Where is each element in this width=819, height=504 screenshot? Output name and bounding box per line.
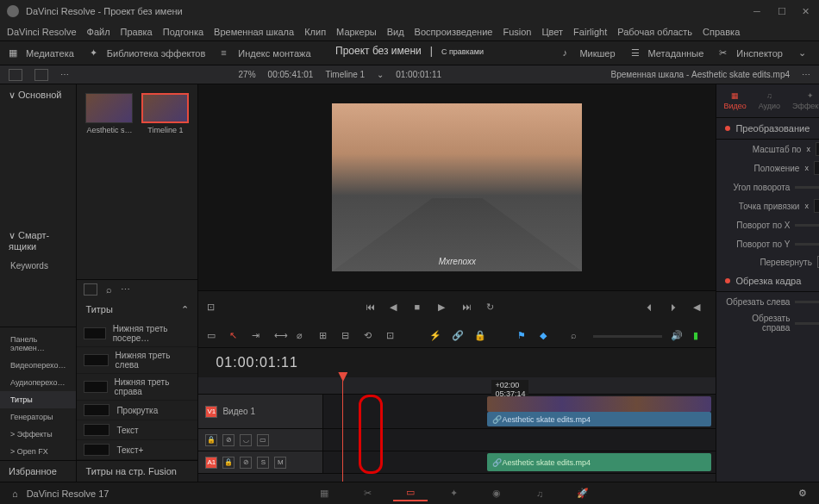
marker-icon[interactable]: ◆	[540, 330, 553, 344]
insert-tool-icon[interactable]: ⊞	[319, 330, 333, 344]
expand-icon[interactable]: ⌄	[798, 47, 810, 59]
page-cut[interactable]: ✂	[350, 486, 384, 501]
track-a-lock-icon[interactable]: 🔒	[222, 457, 234, 469]
timeline-name[interactable]: Timeline 1	[325, 70, 365, 79]
settings-icon[interactable]: ⚙	[798, 488, 807, 499]
zoom-slider[interactable]	[593, 335, 662, 338]
menu-view[interactable]: Вид	[387, 27, 404, 37]
volume-icon[interactable]: 🔊	[671, 330, 685, 344]
timeline-timecode[interactable]: 01:00:01:11	[198, 348, 716, 377]
blade-tool-icon[interactable]: ⌀	[297, 330, 310, 344]
track-mute-button[interactable]: M	[274, 457, 286, 469]
jump-start-icon[interactable]: ⏮	[366, 302, 379, 315]
tab-media[interactable]: ▦ Медиатека	[9, 47, 74, 59]
track-box-icon[interactable]: ▭	[257, 434, 269, 446]
media-clip-thumb[interactable]: Aesthetic s…	[85, 93, 133, 134]
flag-icon[interactable]: ⚑	[517, 330, 531, 344]
menu-workspace[interactable]: Рабочая область	[617, 27, 692, 37]
crop-right-slider[interactable]	[795, 322, 819, 325]
tab-inspector[interactable]: ✂ Инспектор	[719, 47, 783, 59]
trim-tool-icon[interactable]: ⇥	[252, 330, 266, 344]
tab-metadata[interactable]: ☰ Метаданные	[631, 47, 704, 59]
menu-playback[interactable]: Воспроизведение	[415, 27, 493, 37]
tab-index[interactable]: ≡ Индекс монтажа	[221, 47, 310, 59]
menu-timeline[interactable]: Временная шкала	[214, 27, 294, 37]
timeline[interactable]: V1 Видео 1 +02:0005:37:14 🔗 Aesthetic sk…	[198, 377, 716, 482]
page-deliver[interactable]: 🚀	[566, 486, 600, 501]
sidebar-section-0[interactable]: Панель элемен…	[0, 331, 76, 357]
track-a1-label[interactable]: A1	[205, 457, 217, 469]
video-clip[interactable]: 🔗 Aesthetic skate edits.mp4	[487, 412, 711, 426]
meter-icon[interactable]: ▮	[693, 330, 707, 344]
search-icon[interactable]: ⌕	[106, 284, 112, 295]
fit-icon[interactable]: ⊡	[386, 330, 400, 344]
pos-x-field[interactable]: 0.000	[814, 161, 819, 175]
tab-mixer[interactable]: ♪ Микшер	[562, 47, 615, 59]
viewer-frame[interactable]: Mxrenoxx	[332, 103, 582, 271]
crop-left-slider[interactable]	[795, 301, 819, 303]
track-disable-icon[interactable]: ⊘	[222, 434, 234, 446]
chevron-down-icon[interactable]: ⌄	[377, 70, 384, 79]
prev-edit-icon[interactable]: ⏴	[645, 302, 659, 315]
zoom-search-icon[interactable]: ⌕	[571, 330, 585, 344]
lock-icon[interactable]: 🔒	[474, 330, 488, 344]
rotx-slider[interactable]	[795, 224, 819, 227]
menu-file[interactable]: Файл	[87, 27, 110, 37]
bin-main-header[interactable]: ∨ Основной	[0, 84, 76, 106]
menu-edit[interactable]: Правка	[121, 27, 153, 37]
page-fairlight[interactable]: ♫	[522, 486, 557, 501]
selection-tool-icon[interactable]: ↖	[229, 330, 243, 344]
title-item-0[interactable]: Нижняя треть посере…	[77, 320, 197, 347]
fusion-titles-header[interactable]: Титры на стр. Fusion	[77, 460, 197, 482]
menu-markers[interactable]: Маркеры	[336, 27, 377, 37]
timeline-ruler[interactable]	[198, 377, 716, 395]
grid-view-icon[interactable]	[34, 69, 48, 81]
timeline-view-icon[interactable]: ▭	[207, 330, 221, 344]
sidebar-section-1[interactable]: Видеоперехо…	[0, 357, 76, 374]
menu-trim[interactable]: Подгонка	[163, 27, 203, 37]
inspector-tab-video[interactable]: ▦Видео	[723, 91, 746, 110]
video-clip-thumbs[interactable]	[487, 396, 711, 412]
smart-bins-header[interactable]: ∨ Смарт-ящики	[0, 225, 76, 257]
track-a-disable-icon[interactable]: ⊘	[240, 457, 252, 469]
menu-fairlight[interactable]: Fairlight	[573, 27, 607, 37]
menu-color[interactable]: Цвет	[541, 27, 563, 37]
stop-icon[interactable]: ■	[414, 302, 428, 315]
close-button[interactable]: ✕	[802, 6, 812, 16]
title-item-1[interactable]: Нижняя треть слева	[77, 347, 197, 374]
crop-header[interactable]: Обрезка кадра	[735, 276, 801, 286]
dynamic-trim-icon[interactable]: ⟷	[274, 330, 288, 344]
title-item-2[interactable]: Нижняя треть справа	[77, 374, 197, 401]
scale-x-field[interactable]: 1.000	[816, 142, 819, 156]
track-lock-icon[interactable]: 🔒	[205, 434, 217, 446]
track-curve-icon[interactable]: ◡	[240, 434, 252, 446]
transform-header[interactable]: Преобразование	[735, 123, 810, 134]
menu-dots-icon[interactable]: ⋯	[60, 70, 69, 79]
play-reverse-icon[interactable]: ◀	[390, 302, 403, 315]
minimize-button[interactable]: ─	[753, 6, 764, 16]
page-fusion[interactable]: ✦	[436, 486, 471, 501]
keywords-bin[interactable]: Keywords	[0, 257, 76, 275]
list-view-icon[interactable]	[9, 69, 22, 81]
sidebar-section-5[interactable]: > Эффекты	[0, 426, 76, 443]
page-edit[interactable]: ▭	[393, 486, 428, 501]
menu-davinci[interactable]: DaVinci Resolve	[7, 27, 77, 37]
play-icon[interactable]: ▶	[438, 302, 452, 315]
sidebar-section-4[interactable]: Генераторы	[0, 408, 76, 426]
rotation-slider[interactable]	[795, 186, 819, 189]
roty-slider[interactable]	[795, 243, 819, 246]
favorites-header[interactable]: Избранное	[0, 460, 76, 482]
replace-icon[interactable]: ⟲	[364, 330, 378, 344]
title-item-5[interactable]: Текст+	[77, 440, 197, 460]
track-v1-label[interactable]: V1	[205, 406, 217, 418]
sidebar-section-6[interactable]: > Open FX	[0, 443, 76, 460]
jump-end-icon[interactable]: ⏭	[462, 302, 476, 315]
inspector-tab-effects[interactable]: ✦Эффекты	[792, 91, 819, 110]
menu-fusion[interactable]: Fusion	[503, 27, 531, 37]
loop-icon[interactable]: ↻	[486, 302, 500, 315]
titles-view-icon[interactable]	[84, 283, 97, 296]
track-solo-button[interactable]: S	[257, 457, 269, 469]
page-color[interactable]: ◉	[479, 486, 514, 501]
snap-icon[interactable]: ⚡	[429, 330, 443, 344]
timeline-thumb[interactable]: Timeline 1	[141, 93, 189, 134]
